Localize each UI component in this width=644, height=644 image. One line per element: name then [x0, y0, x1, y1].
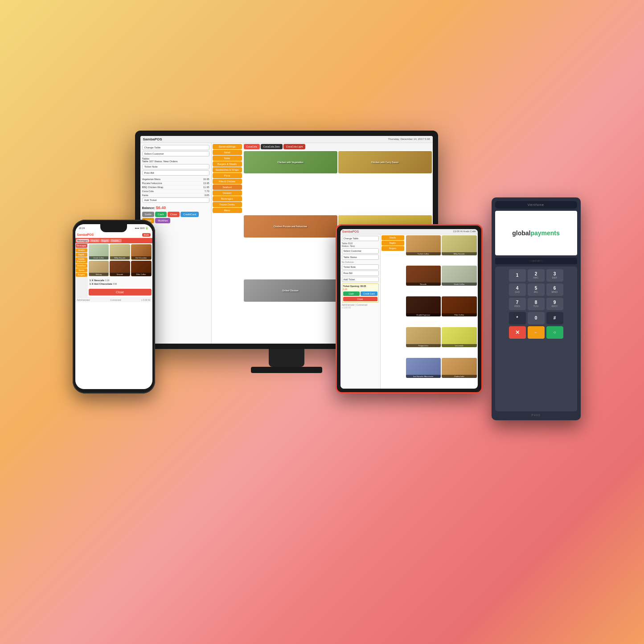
tablet-body: Change Table Table B18Status: New Select…: [340, 234, 478, 389]
key-6[interactable]: 6MNO: [546, 283, 563, 296]
phone-item-milky[interactable]: Milky Nescafe: [110, 244, 130, 260]
tablet-select-customer[interactable]: Select Customer: [342, 248, 379, 254]
key-back[interactable]: ←: [528, 326, 545, 339]
tablet-item-espresso[interactable]: Double Espresso: [406, 296, 441, 316]
category-sandwiches[interactable]: Sandwiches & Wraps: [213, 167, 242, 172]
phone-nav-bagels[interactable]: Bagels: [76, 253, 87, 257]
phone-item-greek[interactable]: Greek Coffee: [89, 244, 109, 260]
phone-item-saltnog[interactable]: Saltnog: [89, 261, 109, 276]
phone-item-hot-choc[interactable]: Hot Chocolate: [131, 244, 152, 260]
phone-nav-snacks[interactable]: Snacks: [76, 248, 87, 252]
tablet-item-milky[interactable]: Milky Nescafe: [442, 235, 477, 255]
tablet-item-greek[interactable]: Greek Coffee: [442, 266, 477, 286]
phone-nav-breakfast[interactable]: Breakfast: [76, 264, 87, 268]
tablet-item-lemonade[interactable]: Lemonade: [442, 327, 477, 347]
close-button[interactable]: Close: [168, 212, 180, 217]
tablet-item-frappuccino[interactable]: Frappuccino: [406, 327, 441, 347]
key-star[interactable]: *: [509, 312, 526, 324]
phone-cat-beverages[interactable]: Beverages: [76, 239, 90, 242]
key-1[interactable]: 1: [509, 269, 526, 282]
cash-button[interactable]: Cash: [155, 212, 167, 217]
phone-close-button[interactable]: Close: [89, 289, 152, 295]
order-item: BBQ Chicken Wrap11.95: [142, 185, 209, 189]
phone-item-nescafe[interactable]: Noscafe: [110, 261, 130, 276]
order-item: Coca-Cola7.70: [142, 189, 209, 193]
tablet-cat-bagels[interactable]: Bagels: [381, 241, 404, 246]
category-pizza[interactable]: Pizza: [213, 173, 242, 178]
settle-button[interactable]: Settle: [142, 212, 154, 217]
tablet-item-chai[interactable]: Chafea Latte: [442, 358, 477, 378]
balance-amount: $6.40: [156, 205, 166, 210]
tablet-cat-snacks[interactable]: Snacks: [381, 235, 404, 240]
category-dessert[interactable]: Dessert: [213, 190, 242, 196]
key-4[interactable]: 4GHI: [509, 283, 526, 296]
phone-order-section: 1 X Nescafe 3.00 1 X Hot Chocolate F/M: [88, 277, 152, 287]
phone-item-filter[interactable]: Filter Coffee: [131, 261, 152, 276]
tablet-item-turkish[interactable]: Turkish Coffee: [406, 235, 441, 255]
multinet-button[interactable]: MultiNet: [155, 218, 170, 223]
food-item-chicken-curry[interactable]: Chicken with Curry Sauce: [338, 151, 432, 173]
phone-nav-sports[interactable]: Sports: [76, 268, 87, 272]
category-ribs[interactable]: Ribs & Chicken: [213, 179, 242, 184]
select-customer-button[interactable]: Select Customer: [142, 151, 209, 156]
category-beverages[interactable]: Beverages: [213, 196, 242, 201]
key-9[interactable]: 9WXY: [546, 298, 563, 310]
category-starters[interactable]: Starters&Wings: [213, 144, 242, 149]
tablet-cat-burgers[interactable]: Burgers: [381, 246, 404, 251]
coca-cola-button[interactable]: CocaCola: [244, 144, 260, 149]
tablet-close-button[interactable]: Close: [343, 297, 377, 301]
category-menu[interactable]: Menu: [213, 208, 242, 213]
tablet-credit-button[interactable]: Credit Card: [361, 291, 377, 296]
phone-nav-espresso[interactable]: Double Espresso: [76, 257, 87, 263]
tablet-time: 13:00 Al Arabi Cafe: [453, 230, 476, 233]
credit-card-button[interactable]: CreditCard: [180, 212, 199, 217]
phone-nav-burgers[interactable]: Burgers: [76, 273, 87, 277]
category-burgers[interactable]: Burgers & Steaks: [213, 161, 242, 167]
tablet-logo: SambaPOS: [342, 230, 359, 233]
scene: SambaPOS Thursday, December 14, 2017 5:3…: [55, 122, 590, 523]
tablet-item-iced[interactable]: Iced Karaoke Manchester: [406, 358, 441, 378]
phone-cat-bagels[interactable]: Bagels: [100, 239, 110, 242]
tablet-item-filter[interactable]: Filter Coffee: [442, 296, 477, 316]
ticket-note-button[interactable]: Ticket Note: [142, 164, 209, 169]
table-info: Table: Table 107 Status: New Orders: [142, 157, 209, 163]
food-item-grilled-chicken[interactable]: Grilled Chicken: [244, 279, 337, 302]
key-hash[interactable]: #: [546, 312, 563, 324]
payment-terminal: Verifone globalpayments — card slot — 1: [492, 197, 581, 420]
key-2[interactable]: 2ABC: [528, 269, 545, 282]
food-item-chicken-piccata[interactable]: Chicken Piccata and Fettuccine: [244, 215, 337, 238]
key-cancel[interactable]: ✕: [509, 326, 526, 339]
food-item-chicken-vegetables[interactable]: Chicken with Vegetables: [244, 151, 337, 173]
tablet-item-nescafe[interactable]: Nescafe: [406, 266, 441, 286]
category-frozen[interactable]: Frozen Drinks: [213, 202, 242, 207]
key-7[interactable]: 7PRS: [509, 298, 526, 310]
tablet-add-ticket[interactable]: Add Ticket: [342, 277, 379, 282]
terminal-top: Verifone: [495, 201, 577, 209]
coca-cola-zero-button[interactable]: CocaCola Zero: [261, 144, 283, 149]
add-ticket-button[interactable]: Add Ticket: [142, 197, 209, 203]
key-3[interactable]: 3DEF: [546, 269, 563, 282]
print-bill-button[interactable]: Print Bill: [142, 170, 209, 176]
terminal-keypad: 1 2ABC 3DEF 4GHI 5JKL: [495, 267, 577, 411]
key-5[interactable]: 5JKL: [528, 283, 545, 296]
change-table-button[interactable]: Change Table: [142, 145, 209, 150]
category-salad[interactable]: Salad: [213, 150, 242, 155]
phone-cat-snacks[interactable]: Snacks: [90, 239, 99, 242]
category-sides[interactable]: Sides: [213, 156, 242, 161]
key-8[interactable]: 8TUV: [528, 298, 545, 310]
tablet-print-bill[interactable]: Print Bill: [342, 271, 379, 276]
phone-nav-beverages[interactable]: Beverages: [76, 244, 87, 248]
tablet-table-status[interactable]: Table Status: [342, 254, 379, 260]
key-0[interactable]: 0: [528, 312, 545, 324]
category-seafood[interactable]: Seafood: [213, 185, 242, 190]
tablet-ticket-note[interactable]: Ticket Note: [342, 264, 379, 270]
phone-cat-espresso[interactable]: Double...: [110, 239, 122, 242]
phone-table-badge: B18: [142, 233, 151, 237]
key-ok[interactable]: ○: [546, 326, 563, 339]
coca-cola-light-button[interactable]: CocaCola Light: [283, 144, 306, 149]
tablet-cash-button[interactable]: Cash: [343, 291, 360, 296]
tablet-close-container: Close: [343, 297, 377, 301]
phone-footer: Administrator Connected v 3.00.92: [75, 297, 152, 302]
tablet-change-table[interactable]: Change Table: [342, 236, 379, 241]
phone-conn-status: Connected: [110, 299, 121, 301]
